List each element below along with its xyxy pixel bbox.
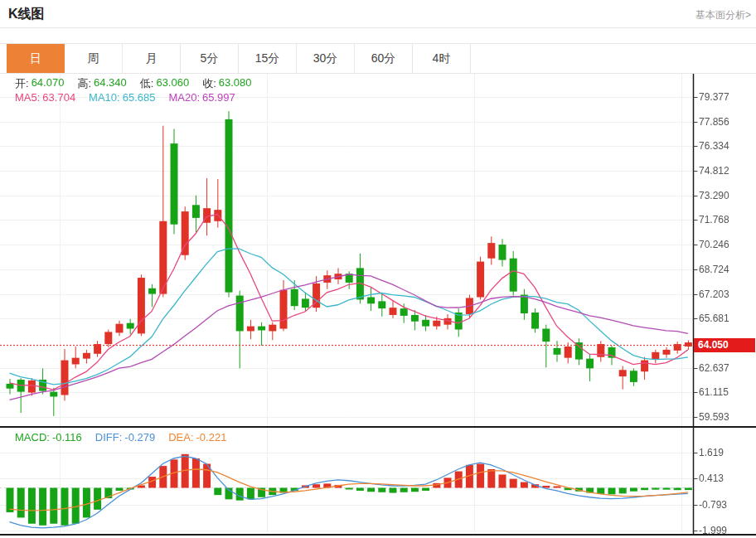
price-axis-tick: 77.856 — [699, 116, 729, 128]
fundamental-analysis-link[interactable]: 基本面分析> — [695, 8, 751, 22]
tab-15min[interactable]: 15分 — [239, 44, 297, 73]
ma20-label: MA20: — [168, 91, 200, 104]
close-label: 收: — [202, 76, 216, 91]
close-value: 63.080 — [219, 76, 252, 91]
page-title: K线图 — [8, 6, 45, 23]
ma-info-row: MA5:63.704 MA10:65.685 MA20:65.997 — [15, 91, 235, 104]
macd-axis-tick: -1.999 — [699, 525, 727, 536]
high-value: 64.340 — [94, 76, 127, 91]
diff-value: -0.279 — [124, 431, 155, 443]
tab-5min[interactable]: 5分 — [181, 44, 239, 73]
price-axis-tick: 67.203 — [699, 288, 729, 300]
macd-label: MACD: — [15, 431, 50, 443]
price-axis-tick: 76.334 — [699, 140, 729, 152]
dea-label: DEA: — [168, 431, 193, 443]
ohlc-info-row: 开:64.070 高:64.340 低:63.060 收:63.080 — [15, 76, 252, 91]
low-value: 63.060 — [156, 76, 189, 91]
tab-60min[interactable]: 60分 — [355, 44, 413, 73]
macd-axis-tick: 1.619 — [699, 447, 724, 458]
price-axis-tick: 62.637 — [699, 362, 729, 374]
open-label: 开: — [15, 76, 29, 91]
macd-axis-tick: 0.413 — [699, 473, 724, 484]
macd-axis-tick: -0.793 — [699, 499, 727, 511]
price-axis-tick: 61.115 — [699, 386, 729, 398]
price-axis-tick: 65.681 — [699, 313, 729, 324]
price-axis-tick: 59.593 — [699, 411, 729, 423]
tab-week[interactable]: 周 — [65, 44, 123, 73]
price-axis-tick: 79.377 — [699, 91, 729, 103]
kline-chart-canvas[interactable] — [0, 74, 756, 538]
dea-value: -0.221 — [196, 431, 227, 443]
open-value: 64.070 — [32, 76, 65, 91]
price-axis-tick: 73.290 — [699, 190, 729, 201]
tab-month[interactable]: 月 — [123, 44, 181, 73]
price-axis-tick: 70.246 — [699, 239, 729, 250]
ma10-label: MA10: — [89, 91, 120, 104]
price-axis-tick: 71.768 — [699, 214, 729, 225]
tab-day[interactable]: 日 — [7, 44, 65, 73]
current-price-badge: 64.050 — [694, 338, 755, 352]
macd-value: -0.116 — [52, 431, 82, 443]
ma5-label: MA5: — [15, 91, 40, 104]
ma10-value: 65.685 — [123, 91, 156, 104]
kline-page: K线图 基本面分析> 日 周 月 5分 15分 30分 60分 4时 开:64.… — [0, 0, 756, 538]
header-divider — [0, 27, 756, 28]
low-label: 低: — [140, 76, 154, 91]
price-axis-tick: 74.812 — [699, 165, 729, 177]
high-label: 高: — [77, 76, 91, 91]
ma20-value: 65.997 — [202, 91, 235, 104]
period-tabbar: 日 周 月 5分 15分 30分 60分 4时 — [0, 43, 756, 74]
tab-30min[interactable]: 30分 — [297, 44, 355, 73]
diff-label: DIFF: — [95, 431, 123, 443]
ma5-value: 63.704 — [42, 91, 75, 104]
tab-4hour[interactable]: 4时 — [413, 44, 471, 73]
macd-info-row: MACD:-0.116 DIFF:-0.279 DEA:-0.221 — [15, 431, 226, 443]
price-axis-tick: 68.724 — [699, 264, 729, 275]
